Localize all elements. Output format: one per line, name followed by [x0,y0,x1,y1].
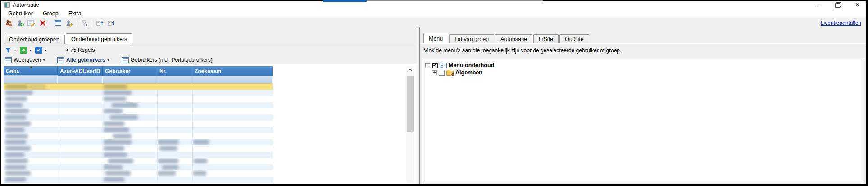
column-divider [192,90,193,183]
checkbox-menu-onderhoud[interactable]: ✔ [432,63,438,68]
redacted-cell [112,103,138,108]
filter-cell[interactable] [157,76,192,83]
redacted-cell [159,146,177,151]
redacted-cell [104,127,129,132]
redacted-cell [104,109,123,113]
delete-button[interactable] [37,19,48,27]
filter-cell[interactable] [192,76,273,83]
redacted-cell [5,159,28,163]
minimize-button[interactable] [815,2,822,8]
tab-insite[interactable]: InSite [533,34,559,43]
selection-icon [57,57,64,63]
table-row[interactable] [4,139,273,145]
table-row[interactable] [4,90,273,96]
filter-cell[interactable] [58,76,103,83]
close-button[interactable]: ✕ [855,2,860,8]
column-header-zoeknaam[interactable]: Zoeknaam [192,66,273,76]
table-row[interactable] [4,127,273,133]
table-row[interactable] [4,96,273,102]
scroll-up-arrow[interactable] [406,66,414,73]
select-all-button[interactable]: ✔ [35,47,42,54]
sorted-column-underline [4,75,58,76]
grid-client-area: Gebr. AzureADUserID Gebruiker Nr. Zoekna… [1,64,417,184]
redacted-cell [158,140,178,145]
table-row[interactable] [4,102,273,109]
portal-filter-button[interactable]: Gebruikers (incl. Portalgebruikers) [131,57,213,63]
collapse-up-button[interactable] [106,19,116,27]
table-row[interactable] [4,133,273,140]
redacted-cell [5,103,23,108]
vertical-scrollbar[interactable] [406,66,414,183]
table-row[interactable] [4,152,273,158]
tab-lid-van-groep[interactable]: Lid van groep [449,34,494,43]
redacted-cell [5,140,26,145]
redacted-cell [158,159,178,163]
column-header-nr[interactable]: Nr. [157,66,192,76]
menu-extra[interactable]: Extra [64,9,86,18]
collapse-expander[interactable]: − [425,63,430,68]
table-row[interactable] [4,108,273,114]
users-button[interactable] [4,19,14,27]
tree-label[interactable]: Menu onderhoud [449,62,494,68]
toolbar-separator [77,20,77,27]
license-counts-link[interactable]: Licentieaantallen [821,20,861,26]
select-dropdown-caret[interactable]: ▼ [44,49,47,52]
views-button[interactable]: Weergaven [14,57,41,63]
menu-gebruiker[interactable]: Gebruiker [3,9,38,18]
selected-row[interactable] [4,83,273,90]
table-row[interactable] [4,121,273,127]
views-toolbar: Weergaven ▼ Alle gebruikers ▼ Gebruikers… [5,55,214,64]
selection-dropdown-caret[interactable]: ▼ [107,59,110,62]
redacted-cell [5,152,24,157]
redacted-cell [5,171,31,176]
table-row[interactable] [4,177,273,183]
tab-menu[interactable]: Menu [423,33,448,43]
filter-cell[interactable] [4,76,58,83]
filter-icon [81,19,89,27]
redacted-cell [158,171,176,176]
redacted-cell [5,96,27,101]
expand-up-button[interactable] [95,19,105,27]
table-row[interactable] [4,170,273,177]
add-user-button[interactable] [15,19,25,27]
filter-dropdown-caret[interactable]: ▼ [14,49,17,52]
tab-outsite[interactable]: OutSite [559,34,589,43]
grid-filter-toolbar: ▼ ➔ ▼ ✔ ▼ > 75 Regels [5,45,95,54]
tree-label[interactable]: Algemeen [455,69,482,76]
tab-onderhoud-groepen[interactable]: Onderhoud groepen [4,35,65,44]
redacted-cell [104,140,132,145]
checkbox-algemeen[interactable] [439,70,445,76]
restore-button[interactable] [835,2,841,8]
scrollbar-thumb[interactable] [407,76,414,132]
column-header-gebruiker[interactable]: Gebruiker [103,66,157,76]
menu-groep[interactable]: Groep [38,9,64,18]
expand-expander[interactable]: + [432,70,437,75]
redacted-cell [104,90,132,95]
tab-onderhoud-gebruikers[interactable]: Onderhoud gebruikers [66,33,132,44]
redacted-cell [5,90,32,95]
selection-button[interactable]: Alle gebruikers [66,57,105,63]
background-window-edge-blue [323,0,367,2]
table-row[interactable] [4,158,273,164]
edit-user-button[interactable] [26,19,36,27]
table-row[interactable] [4,145,273,152]
column-divider [58,90,58,183]
views-dropdown-caret[interactable]: ▼ [42,59,45,62]
redacted-cell [113,134,132,139]
filter-cell[interactable] [103,76,157,83]
delete-icon [39,19,46,27]
table-row[interactable] [4,114,273,121]
apply-filter-button[interactable]: ➔ [20,47,27,54]
filter-funnel-button[interactable] [5,47,12,54]
panel-splitter[interactable] [419,27,420,184]
sort-ascending-icon [29,66,33,68]
properties-button[interactable] [53,19,63,27]
column-header-azureaduserid[interactable]: AzureADUserID [58,66,103,76]
tab-autorisatie[interactable]: Autorisatie [495,34,532,43]
apply-dropdown-caret[interactable]: ▼ [29,49,32,52]
menu-icon [440,63,447,68]
table-row[interactable] [4,164,273,171]
user-rights-button[interactable] [64,19,74,27]
window-controls: ✕ [815,2,866,8]
filter-button[interactable] [79,19,90,27]
